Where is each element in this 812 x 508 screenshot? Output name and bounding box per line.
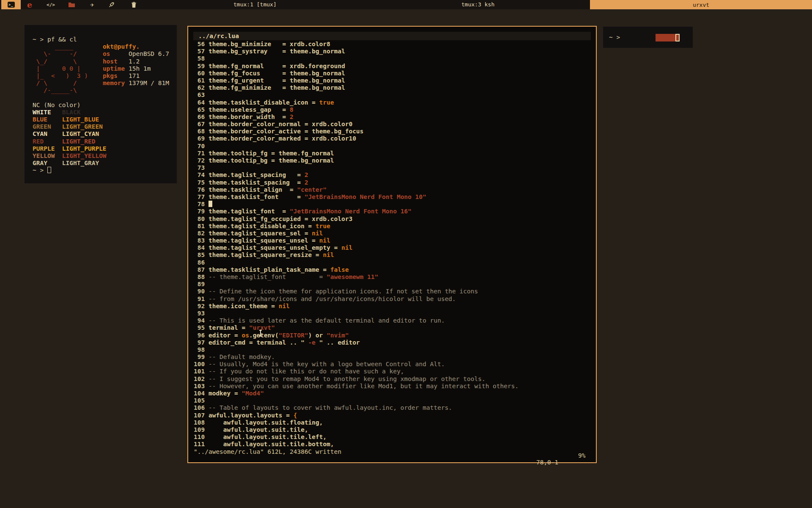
code-line: 57 theme.bg_systray = theme.bg_normal <box>194 48 518 55</box>
terminal-line: | 0 0 | uptime 15h 1m <box>33 65 177 72</box>
terminal-line: RED LIGHT_RED <box>33 138 177 145</box>
code-line: 69 theme.border_color_marked = xrdb.colo… <box>194 135 518 142</box>
code-line: 108 awful.layout.suit.floating, <box>194 419 518 426</box>
fetch-terminal-window[interactable]: ~ > pf && cl _____ okt@puffy. \- -/ os O… <box>25 25 177 183</box>
browser-e-icon: e <box>27 1 32 9</box>
code-line: 58 <box>194 55 518 62</box>
code-line: 102 -- I suggest you to remap Mod4 to an… <box>194 375 518 383</box>
code-line: 90 -- Define the icon theme for applicat… <box>194 288 518 295</box>
focused-task-label: urxvt <box>693 2 709 8</box>
taskbar-item-tmux3[interactable]: tmux:3 ksh <box>461 0 494 9</box>
code-line: 110 awful.layout.suit.tile.left, <box>194 433 518 441</box>
terminal-line: \_/ \ host 1.2 <box>33 58 177 65</box>
launcher-terminal[interactable]: >_ <box>1 0 21 9</box>
code-line: 96 editor = os.getenv("EDITOR") or "nvim… <box>194 332 518 339</box>
code-line: "../awesome/rc.lua" 612L, 24386C written <box>194 448 518 456</box>
code-line: 80 theme.taglist_fg_occupied = xrdb.colo… <box>194 215 518 223</box>
code-line: 81 theme.taglist_disable_icon = true <box>194 223 518 230</box>
code-line: 64 theme.tasklist_disable_icon = true <box>194 99 518 106</box>
code-line: 85 theme.taglist_squares_resize = nil <box>194 251 518 259</box>
code-line: 94 -- This is used later as the default … <box>194 317 518 324</box>
code-line: 76 theme.tasklist_align = "center" <box>194 186 518 193</box>
code-line: 87 theme.tasklist_plain_task_name = fals… <box>194 266 518 273</box>
code-line: 68 theme.border_color_active = theme.bg_… <box>194 128 518 135</box>
code-line: 100 -- Usually, Mod4 is the key with a l… <box>194 361 518 368</box>
launcher-browser[interactable]: e <box>22 0 37 9</box>
terminal-line <box>33 94 177 102</box>
launcher-plane[interactable]: ✈ <box>85 0 100 9</box>
terminal-cursor <box>675 34 680 41</box>
code-line: 61 theme.fg_urgent = theme.bg_normal <box>194 77 518 84</box>
code-line: 99 -- Default modkey. <box>194 353 518 361</box>
code-line: 75 theme.tasklist_spacing = 2 <box>194 179 518 186</box>
code-line: 91 -- from /usr/share/icons and /usr/sha… <box>194 295 518 303</box>
launcher-tools[interactable] <box>104 0 119 9</box>
terminal-line: PURPLE LIGHT_PURPLE <box>33 145 177 152</box>
terminal-line: NC (No color) <box>33 102 177 109</box>
code-line: 88 -- theme.taglist_font = "awesomewm 11… <box>194 273 518 281</box>
code-line: 107 awful.layout.layouts = { <box>194 412 518 419</box>
syringe-icon <box>108 1 115 8</box>
terminal-line: WHITE BLACK <box>33 109 177 116</box>
code-line: 56 theme.bg_minimize = xrdb.color8 <box>194 41 518 48</box>
terminal-line: CYAN LIGHT_CYAN <box>33 130 177 138</box>
launcher-editor[interactable]: </> <box>43 0 58 9</box>
code-line: 101 -- If you do not like this or do not… <box>194 368 518 375</box>
terminal-line: |_ < ) 3 ) pkgs 171 <box>33 72 177 80</box>
code-line: 70 <box>194 143 518 150</box>
terminal-line: \- -/ os OpenBSD 6.7 <box>33 50 177 58</box>
fetch-terminal-content: ~ > pf && cl _____ okt@puffy. \- -/ os O… <box>33 36 177 174</box>
terminal-icon: >_ <box>8 2 15 8</box>
top-wibar: >_ e </> ✈ <box>0 0 812 9</box>
terminal-line: GREEN LIGHT_GREEN <box>33 123 177 130</box>
code-line: 78 <box>194 201 518 208</box>
code-line: 62 theme.fg_minimize = theme.bg_normal <box>194 84 518 91</box>
terminal-line: /-_____-\ <box>33 87 177 94</box>
taskbar-item-tmux1[interactable]: tmux:1 [tmux] <box>233 0 277 9</box>
code-line: 73 <box>194 164 518 171</box>
vim-tabline[interactable]: ../a/rc.lua <box>193 32 591 40</box>
code-line: 71 theme.tooltip_fg = theme.fg_normal <box>194 150 518 157</box>
code-line: 84 theme.taglist_squares_unsel_empty = n… <box>194 244 518 251</box>
code-line: 82 theme.taglist_squares_sel = nil <box>194 230 518 237</box>
code-line: 63 <box>194 91 518 99</box>
terminal-line: YELLOW LIGHT_YELLOW <box>33 152 177 160</box>
terminal-line: GRAY LIGHT_GRAY <box>33 160 177 167</box>
mini-terminal-window[interactable]: ~ > <box>603 27 693 48</box>
mini-terminal-prompt: ~ > <box>609 34 620 41</box>
code-line: 98 <box>194 346 518 353</box>
code-line: 109 awful.layout.suit.tile, <box>194 426 518 433</box>
terminal-line: ~ > pf && cl <box>33 36 177 43</box>
terminal-line: _____ okt@puffy. <box>33 43 177 50</box>
code-icon: </> <box>47 2 55 8</box>
code-line: 83 theme.taglist_squares_unsel = nil <box>194 237 518 244</box>
code-line: 97 editor_cmd = terminal .. " -e " .. ed… <box>194 339 518 346</box>
mouse-ibeam-cursor <box>259 330 262 337</box>
vim-terminal-window[interactable]: ../a/rc.lua 56 theme.bg_minimize = xrdb.… <box>187 26 597 463</box>
launcher-files[interactable] <box>64 0 79 9</box>
code-line: 59 theme.fg_normal = xrdb.foreground <box>194 63 518 70</box>
folder-icon <box>68 2 75 8</box>
vim-ruler: 78,0-1 9% <box>521 452 558 479</box>
code-line: 66 theme.border_width = 2 <box>194 113 518 121</box>
code-line: 67 theme.border_color_normal = xrdb.colo… <box>194 121 518 128</box>
launcher-trash[interactable] <box>126 0 141 9</box>
code-line: 92 theme.icon_theme = nil <box>194 303 518 310</box>
terminal-line: / \ / memory 1379M / 81M <box>33 80 177 87</box>
selection-block <box>656 34 675 41</box>
code-line: 60 theme.fg_focus = theme.bg_normal <box>194 70 518 77</box>
code-line: 72 theme.tooltip_bg = theme.bg_normal <box>194 157 518 164</box>
code-line: 104 modkey = "Mod4" <box>194 390 518 397</box>
code-line: 74 theme.taglist_spacing = 2 <box>194 171 518 179</box>
scroll-percent: 9% <box>578 452 585 459</box>
code-line: 105 <box>194 397 518 404</box>
code-line: 89 <box>194 281 518 288</box>
code-line: 65 theme.useless_gap = 8 <box>194 106 518 113</box>
cursor-position: 78,0-1 <box>536 459 558 466</box>
taskbar-item-urxvt-focused[interactable]: urxvt <box>590 0 812 9</box>
code-line: 86 <box>194 259 518 266</box>
code-line: 79 theme.taglist_font = "JetBrainsMono N… <box>194 208 518 215</box>
vim-buffer[interactable]: 56 theme.bg_minimize = xrdb.color8 57 th… <box>194 41 518 456</box>
terminal-line: ~ > <box>33 167 177 174</box>
plane-icon: ✈ <box>90 1 94 8</box>
